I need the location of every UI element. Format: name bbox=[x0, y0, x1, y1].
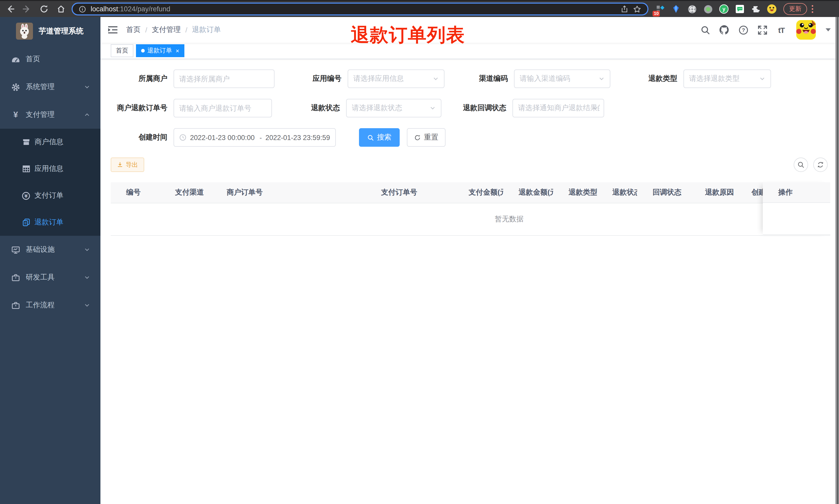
filter-label: 退款类型 bbox=[610, 74, 683, 84]
filter-label: 所属商户 bbox=[111, 74, 174, 84]
extension-command-icon[interactable] bbox=[687, 4, 697, 14]
fullscreen-icon[interactable] bbox=[757, 25, 767, 35]
svg-text:¥: ¥ bbox=[24, 193, 28, 198]
search-button[interactable]: 搜索 bbox=[359, 128, 400, 147]
table-header: 编号 支付渠道 商户订单号 支付订单号 支付金额(元) 退款金额(元) 退款类型… bbox=[111, 182, 830, 203]
sidebar-item-dev-tools[interactable]: 研发工具 bbox=[0, 264, 101, 291]
filter-refund-status: 退款状态 请选择退款状态 bbox=[272, 99, 441, 118]
sidebar-item-payment[interactable]: ¥ 支付管理 bbox=[0, 101, 101, 129]
tag-label: 退款订单 bbox=[147, 46, 172, 55]
extension-emoji-face-icon[interactable] bbox=[767, 4, 777, 14]
sidebar-item-label: 商户信息 bbox=[35, 138, 101, 147]
clock-icon bbox=[179, 134, 186, 141]
sidebar-collapse-icon[interactable] bbox=[101, 26, 122, 34]
avatar-caret-icon[interactable] bbox=[826, 28, 831, 31]
home-icon[interactable] bbox=[56, 4, 66, 14]
create-time-range-picker[interactable]: - bbox=[174, 128, 336, 147]
extension-puzzle-icon[interactable] bbox=[751, 4, 761, 14]
filter-create-time: 创建时间 - bbox=[111, 128, 336, 147]
avatar[interactable] bbox=[796, 20, 816, 40]
sidebar-item-refund-order[interactable]: 退款订单 bbox=[0, 209, 101, 236]
notify-status-select[interactable]: 请选择通知商户退款结果的 bbox=[513, 99, 604, 118]
app-select[interactable]: 请选择应用信息 bbox=[347, 70, 445, 88]
chevron-down-icon bbox=[759, 76, 765, 82]
col-merchant-order-no: 商户订单号 bbox=[211, 188, 366, 197]
fixed-action-column: 操作 bbox=[763, 182, 830, 235]
refund-doc-icon bbox=[22, 218, 30, 227]
select-placeholder: 请选择退款类型 bbox=[689, 74, 757, 84]
sidebar-item-pay-order[interactable]: ¥ 支付订单 bbox=[0, 182, 101, 209]
screen: localhost:1024/pay/refund 10 bbox=[0, 0, 839, 504]
start-date-input[interactable] bbox=[190, 133, 256, 141]
search-icon[interactable] bbox=[700, 25, 710, 35]
merchant-input[interactable] bbox=[174, 70, 274, 88]
breadcrumb-current: 退款订单 bbox=[192, 25, 221, 35]
app-title: 芋道管理系统 bbox=[39, 26, 84, 36]
browser-menu-icon[interactable] bbox=[812, 5, 813, 13]
col-callback-status: 回调状态 bbox=[637, 188, 690, 197]
forward-icon[interactable] bbox=[22, 4, 32, 14]
date-separator: - bbox=[260, 133, 262, 141]
sidebar-item-label: 应用信息 bbox=[35, 164, 101, 174]
font-size-icon[interactable]: tT bbox=[776, 25, 786, 35]
refund-status-select[interactable]: 请选择退款状态 bbox=[346, 99, 441, 118]
col-refund-type: 退款类型 bbox=[553, 188, 597, 197]
reset-button[interactable]: 重置 bbox=[407, 128, 446, 147]
sidebar-item-label: 首页 bbox=[26, 55, 101, 64]
breadcrumb-home[interactable]: 首页 bbox=[126, 25, 141, 35]
table-toolbar: 导出 bbox=[111, 158, 839, 172]
channel-select[interactable]: 请输入渠道编码 bbox=[514, 70, 610, 88]
svg-text:?: ? bbox=[742, 27, 745, 33]
sidebar-item-label: 支付管理 bbox=[26, 110, 84, 120]
breadcrumb-separator: / bbox=[145, 26, 147, 34]
refresh-icon[interactable] bbox=[813, 158, 828, 172]
tags-bar: 首页 退款订单 × bbox=[101, 43, 839, 59]
extension-grid-diamond-icon[interactable]: 10 bbox=[655, 4, 665, 14]
end-date-input[interactable] bbox=[266, 133, 332, 141]
merchant-refund-no-input[interactable] bbox=[174, 99, 272, 118]
merchant-input-field[interactable] bbox=[179, 75, 269, 83]
github-icon[interactable] bbox=[719, 25, 729, 35]
show-search-icon[interactable] bbox=[794, 158, 808, 172]
tag-home[interactable]: 首页 bbox=[111, 44, 133, 57]
url-text: localhost:1024/pay/refund bbox=[91, 5, 170, 13]
breadcrumb-section[interactable]: 支付管理 bbox=[152, 25, 181, 35]
extension-record-dot-icon[interactable] bbox=[703, 4, 713, 14]
merchant-refund-no-field[interactable] bbox=[179, 104, 266, 112]
sidebar-logo[interactable]: 芋道管理系统 bbox=[0, 17, 101, 45]
sidebar-item-workflow[interactable]: 工作流程 bbox=[0, 291, 101, 319]
browser-update-button[interactable]: 更新 bbox=[783, 3, 807, 15]
address-bar[interactable]: localhost:1024/pay/refund bbox=[72, 3, 648, 15]
empty-row: 暂无数据 bbox=[111, 203, 830, 236]
reload-icon[interactable] bbox=[39, 4, 49, 14]
extension-chat-icon[interactable] bbox=[735, 4, 745, 14]
col-pay-order-no: 支付订单号 bbox=[366, 188, 453, 197]
gear-icon bbox=[11, 83, 20, 91]
extension-yuque-icon[interactable]: y bbox=[719, 4, 729, 14]
window-edge bbox=[835, 17, 839, 504]
refund-type-select[interactable]: 请选择退款类型 bbox=[683, 70, 771, 88]
sidebar-item-app-info[interactable]: 应用信息 bbox=[0, 156, 101, 182]
bookmark-star-icon[interactable] bbox=[633, 5, 641, 13]
reset-button-label: 重置 bbox=[424, 133, 438, 142]
site-info-icon[interactable] bbox=[79, 5, 86, 13]
export-button[interactable]: 导出 bbox=[111, 158, 144, 172]
extensions-row: 10 y bbox=[655, 4, 777, 14]
extension-badge: 10 bbox=[653, 11, 660, 17]
select-placeholder: 请输入渠道编码 bbox=[520, 74, 596, 84]
chevron-up-icon bbox=[84, 112, 90, 118]
sidebar-item-home[interactable]: 首页 bbox=[0, 45, 101, 73]
sidebar-item-system[interactable]: 系统管理 bbox=[0, 73, 101, 101]
yen-icon: ¥ bbox=[11, 110, 20, 119]
share-icon[interactable] bbox=[621, 5, 628, 13]
chevron-down-icon bbox=[84, 302, 90, 308]
sidebar-item-merchant-info[interactable]: 商户信息 bbox=[0, 129, 101, 156]
help-icon[interactable]: ? bbox=[738, 25, 748, 35]
back-icon[interactable] bbox=[5, 4, 15, 14]
active-dot bbox=[141, 49, 145, 53]
tag-refund-order[interactable]: 退款订单 × bbox=[136, 44, 184, 57]
sidebar-item-infra[interactable]: 基础设施 bbox=[0, 236, 101, 264]
monitor-chart-icon bbox=[11, 245, 20, 254]
extension-blue-gem-icon[interactable] bbox=[671, 4, 681, 14]
close-icon[interactable]: × bbox=[176, 47, 179, 54]
